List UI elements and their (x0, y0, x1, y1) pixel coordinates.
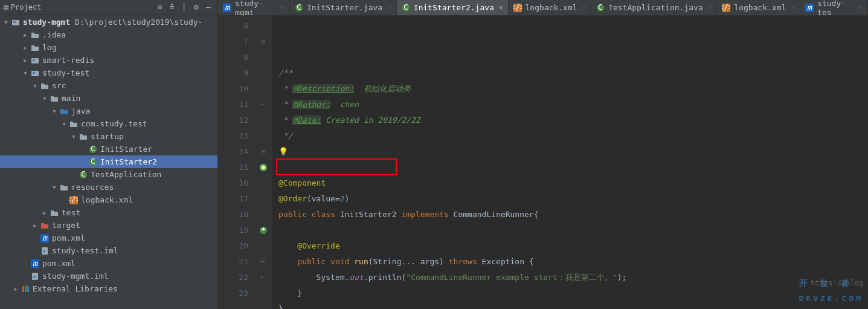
tree-item-label: test (62, 208, 80, 217)
close-icon[interactable]: × (280, 4, 285, 11)
tree-item-main[interactable]: ▼main (0, 92, 217, 105)
tab-initstarter2-java[interactable]: CInitStarter2.java× (397, 0, 509, 15)
code-line[interactable] (278, 223, 868, 238)
project-tree[interactable]: ▼study-mgmt D:\project\study2019\study-▶… (0, 15, 217, 309)
package-icon (79, 132, 88, 141)
code-line[interactable]: } (278, 285, 868, 301)
code-line[interactable]: } (278, 301, 868, 309)
code-line[interactable]: */ (278, 128, 868, 144)
close-icon[interactable]: × (499, 4, 503, 11)
tree-item-resources[interactable]: ▼resources (0, 181, 217, 194)
tab-study-mgmt[interactable]: mstudy-mgmt× (218, 0, 290, 15)
code-line[interactable]: * @Description: 初始化启动类 (278, 81, 868, 97)
tree-item-label: startup (91, 132, 124, 141)
chevron-down-icon[interactable]: ▼ (41, 96, 48, 102)
chevron-down-icon[interactable]: ▼ (51, 108, 58, 114)
gutter-marker (254, 81, 272, 97)
code-line[interactable]: System.out.println("CommandLineRunner ex… (278, 270, 868, 285)
tree-item-label: pom.xml (42, 259, 76, 268)
tree-item-external-libraries[interactable]: ▶External Libraries (0, 282, 217, 295)
close-icon[interactable]: × (582, 4, 587, 11)
code-line[interactable]: @Order(value=2) (278, 191, 868, 207)
tree-item-target[interactable]: ▶target (0, 219, 217, 232)
chevron-down-icon[interactable]: ▼ (70, 134, 77, 140)
tab-label: InitStarter2.java (414, 3, 494, 12)
tab-testapplication-java[interactable]: CTestApplication.java× (591, 0, 717, 15)
tree-item-startup[interactable]: ▼startup (0, 130, 217, 143)
svg-text:m: m (33, 259, 38, 268)
gear-icon[interactable]: ⚙ (191, 2, 202, 13)
chevron-down-icon[interactable]: ▼ (2, 19, 10, 25)
code-line[interactable]: public class InitStarter2 implements Com… (278, 207, 868, 223)
code-area: 67891011121314151617181920212223 ⊟⊢⊟⊢⊢ /… (218, 16, 868, 309)
tree-item-testapplication[interactable]: CTestApplication (0, 168, 217, 181)
chevron-down-icon[interactable]: ▼ (31, 83, 39, 89)
gutter-marker (254, 207, 272, 223)
tree-item-initstarter2[interactable]: CInitStarter2 (0, 155, 217, 168)
tree-item-src[interactable]: ▼src (0, 79, 217, 92)
svg-text:</>: </> (69, 196, 78, 204)
tree-item-initstarter[interactable]: CInitStarter (0, 143, 217, 155)
chevron-right-icon[interactable]: ▶ (41, 210, 48, 216)
tree-item-study-test-iml[interactable]: study-test.iml (0, 244, 217, 257)
code-line[interactable]: 💡 (278, 144, 868, 160)
editor-area: mstudy-mgmt×CInitStarter.java×CInitStart… (218, 0, 868, 309)
chevron-right-icon[interactable]: ▶ (12, 286, 19, 292)
code-line[interactable] (278, 160, 868, 175)
code-content[interactable]: /** * @Description: 初始化启动类 * @Author: ch… (272, 16, 868, 309)
tab-label: logback.xml (526, 3, 577, 12)
code-line[interactable]: @Override (278, 238, 868, 254)
folder-icon (40, 81, 50, 91)
close-icon[interactable]: × (387, 4, 391, 11)
tree-item--idea[interactable]: ▶.idea (0, 28, 217, 41)
code-line[interactable]: @Component (278, 175, 868, 191)
collapse-icon[interactable]: ⊙ (155, 2, 166, 13)
tab-label: TestApplication.java (608, 3, 703, 12)
fold-end-icon: ⊢ (262, 254, 266, 270)
scroll-from-source-icon[interactable]: ≛ (167, 2, 178, 13)
tree-item-logback-xml[interactable]: </>logback.xml (0, 194, 217, 206)
tree-item-test[interactable]: ▶test (0, 206, 217, 219)
tab-label: study-tes (817, 0, 854, 17)
tree-item-java[interactable]: ▼java (0, 105, 217, 117)
code-line[interactable] (278, 50, 868, 65)
chevron-right-icon[interactable]: ▶ (22, 45, 29, 51)
tree-item-com-study-test[interactable]: ▼com.study.test (0, 117, 217, 130)
chevron-right-icon[interactable]: ▶ (31, 223, 39, 229)
svg-rect-17 (43, 250, 45, 252)
code-line[interactable]: * @Author: chen (278, 97, 868, 112)
close-icon[interactable]: × (858, 4, 863, 11)
tree-item-study-test[interactable]: ▼study-test (0, 67, 217, 79)
line-number: 6 (218, 18, 248, 34)
code-line[interactable]: public void run(String... args) throws E… (278, 254, 868, 270)
tab-logback-xml[interactable]: </>logback.xml× (717, 0, 800, 15)
close-icon[interactable]: × (708, 4, 712, 11)
gutter-marker: ⊟ (254, 144, 272, 160)
code-line[interactable]: * @Date: Created in 2019/2/22 (278, 112, 868, 128)
tab-study-tes[interactable]: mstudy-tes× (800, 0, 868, 15)
chevron-down-icon[interactable]: ▼ (60, 121, 68, 127)
hide-icon[interactable]: — (203, 2, 214, 13)
tab-initstarter-java[interactable]: CInitStarter.java× (290, 0, 397, 15)
svg-text:C: C (91, 145, 95, 153)
close-icon[interactable]: × (791, 4, 795, 11)
tree-root[interactable]: ▼study-mgmt D:\project\study2019\study- (0, 16, 217, 28)
tree-item-log[interactable]: ▶log (0, 41, 217, 54)
line-number: 11 (218, 97, 248, 112)
expand-icon[interactable]: │ (179, 2, 190, 13)
tab-logback-xml[interactable]: </>logback.xml× (509, 0, 592, 15)
svg-text:m: m (42, 234, 48, 242)
tree-item-label: target (52, 221, 80, 230)
gutter-marker: ⊢ (254, 254, 272, 270)
chevron-down-icon[interactable]: ▼ (22, 70, 29, 76)
tree-item-pom-xml[interactable]: mpom.xml (0, 257, 217, 270)
code-line[interactable]: /** (278, 65, 868, 81)
gutter-marker: ⊢ (254, 97, 272, 112)
tree-item-study-mgmt-iml[interactable]: study-mgmt.iml (0, 270, 217, 282)
chevron-down-icon[interactable]: ▼ (51, 184, 58, 190)
chevron-right-icon[interactable]: ▶ (22, 57, 29, 63)
svg-text:C: C (297, 4, 301, 11)
tree-item-smart-redis[interactable]: ▶smart-redis (0, 54, 217, 67)
tree-item-pom-xml[interactable]: mpom.xml (0, 232, 217, 244)
chevron-right-icon[interactable]: ▶ (22, 32, 29, 38)
